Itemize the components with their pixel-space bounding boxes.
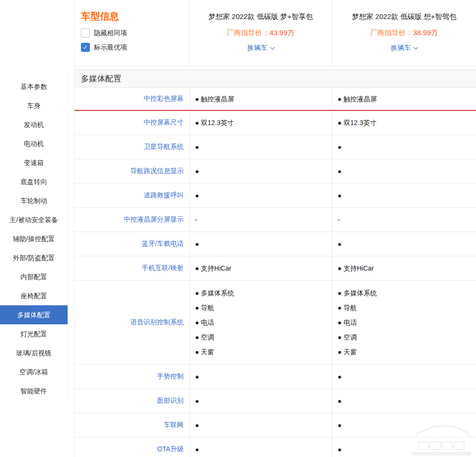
spec-value-line: ● 多媒体系统 xyxy=(195,286,332,301)
sidebar-item[interactable]: 辅助/操控配置 xyxy=(0,229,68,248)
spec-row: 中控屏幕尺寸● 双12.3英寸● 双12.3英寸 xyxy=(74,111,476,135)
spec-value-line: ● xyxy=(195,369,332,384)
compare-header: 车型信息 隐藏相同项 标示最优项 梦想家 2022款 低碳版 梦+智享包 厂商指… xyxy=(74,0,476,67)
sidebar-item[interactable]: 智能硬件 xyxy=(0,381,68,400)
spec-label-link[interactable]: 手势控制 xyxy=(74,365,189,389)
spec-label-link[interactable]: 中控屏幕尺寸 xyxy=(74,111,189,135)
spec-value-col1: ● 触控液晶屏 xyxy=(189,88,332,110)
sidebar-item[interactable]: 基本参数 xyxy=(0,77,68,96)
sidebar-item[interactable]: 灯光配置 xyxy=(0,324,68,343)
sidebar-item[interactable]: 主/被动安全装备 xyxy=(0,210,68,229)
spec-row: 道路救援呼叫●● xyxy=(74,184,476,208)
spec-value-line: ● 多媒体系统 xyxy=(337,286,476,301)
section-header-multimedia: 多媒体配置 xyxy=(74,69,476,88)
spec-row: 面部识别●● xyxy=(74,389,476,413)
spec-value-col1: ● 多媒体系统● 导航● 电话● 空调● 天窗 xyxy=(189,281,332,364)
spec-value-col1: ● 双12.3英寸 xyxy=(189,111,332,135)
spec-row: 手势控制●● xyxy=(74,365,476,389)
sidebar-item[interactable]: 变速箱 xyxy=(0,153,68,172)
spec-label-link[interactable]: 中控液晶屏分屏显示 xyxy=(74,208,189,232)
spec-value-line: ● xyxy=(337,369,476,384)
spec-value-col2: ● 触控液晶屏 xyxy=(332,88,476,110)
sidebar-item-active[interactable]: 多媒体配置 xyxy=(0,305,68,324)
spec-row: 蓝牙/车载电话●● xyxy=(74,232,476,256)
spec-value-col1: ● xyxy=(189,159,332,183)
spec-value-col2: - xyxy=(332,208,476,232)
sidebar-item[interactable]: 车身 xyxy=(0,96,68,115)
spec-value-col1: ● xyxy=(189,438,332,457)
price-value: 38.99万 xyxy=(413,29,438,37)
price-value: 43.99万 xyxy=(269,29,295,37)
spec-value-line: ● 触控液晶屏 xyxy=(195,92,332,107)
spec-value-line: - xyxy=(337,213,476,227)
sidebar-item[interactable]: 发动机 xyxy=(0,115,68,134)
car-name: 梦想家 2022款 低碳版 想+智驾包 xyxy=(332,12,476,21)
spec-value-col2: ● 多媒体系统● 导航● 电话● 空调● 天窗 xyxy=(332,281,476,364)
switch-car-label: 换辆车 xyxy=(391,44,411,52)
spec-label-link[interactable]: 手机互联/映射 xyxy=(74,256,189,280)
spec-value-col2: ● 双12.3英寸 xyxy=(332,111,476,135)
spec-value-line: ● xyxy=(337,237,476,252)
switch-car-label: 换辆车 xyxy=(248,44,268,52)
sidebar-item[interactable]: 外部/防盗配置 xyxy=(0,248,68,267)
spec-value-line: ● 导航 xyxy=(337,301,476,315)
chevron-down-icon xyxy=(270,45,275,49)
spec-value-col2: ● xyxy=(332,159,476,183)
spec-value-col2: ● 支持HiCar xyxy=(332,256,476,280)
category-sidebar: 基本参数车身发动机电动机变速箱底盘转向车轮制动主/被动安全装备辅助/操控配置外部… xyxy=(0,77,68,400)
sidebar-item[interactable]: 座椅配置 xyxy=(0,286,68,305)
spec-value-col1: - xyxy=(189,208,332,232)
spec-value-line: ● 空调 xyxy=(337,330,476,345)
spec-label-link[interactable]: 导航路况信息显示 xyxy=(74,159,189,183)
model-info-panel: 车型信息 隐藏相同项 标示最优项 xyxy=(74,0,189,66)
spec-label-link[interactable]: 面部识别 xyxy=(74,389,189,413)
sidebar-item[interactable]: 电动机 xyxy=(0,134,68,153)
car-name: 梦想家 2022款 低碳版 梦+智享包 xyxy=(189,12,332,21)
spec-value-line: ● xyxy=(195,237,332,252)
switch-car-link[interactable]: 换辆车 xyxy=(248,44,274,52)
car-column-1: 梦想家 2022款 低碳版 梦+智享包 厂商指导价：43.99万 换辆车 xyxy=(189,0,332,66)
car-price: 厂商指导价：38.99万 xyxy=(332,29,476,38)
spec-label-link[interactable]: 语音识别控制系统 xyxy=(74,281,189,364)
spec-row: 中控彩色屏幕● 触控液晶屏● 触控液晶屏 xyxy=(74,88,476,111)
compare-main: 车型信息 隐藏相同项 标示最优项 梦想家 2022款 低碳版 梦+智享包 厂商指… xyxy=(74,0,476,457)
spec-value-line: ● xyxy=(337,394,476,408)
spec-value-line: ● 双12.3英寸 xyxy=(337,116,476,130)
spec-value-line: ● 支持HiCar xyxy=(337,261,476,276)
spec-row: 导航路况信息显示●● xyxy=(74,159,476,184)
spec-row: OTA升级●● xyxy=(74,438,476,457)
spec-row: 中控液晶屏分屏显示-- xyxy=(74,208,476,232)
sidebar-item[interactable]: 车轮制动 xyxy=(0,191,68,210)
spec-value-line: ● xyxy=(195,188,332,203)
spec-value-col1: ● 支持HiCar xyxy=(189,256,332,280)
spec-row: 手机互联/映射● 支持HiCar● 支持HiCar xyxy=(74,256,476,281)
spec-value-col1: ● xyxy=(189,413,332,437)
switch-car-link[interactable]: 换辆车 xyxy=(391,44,417,52)
spec-value-col2: ● xyxy=(332,232,476,256)
hide-same-checkbox[interactable] xyxy=(81,29,90,38)
mark-best-label: 标示最优项 xyxy=(94,43,127,52)
mark-best-option[interactable]: 标示最优项 xyxy=(81,43,189,52)
spec-value-line: ● xyxy=(195,442,332,457)
sidebar-item[interactable]: 空调/冰箱 xyxy=(0,362,68,381)
car-compare-page: 基本参数车身发动机电动机变速箱底盘转向车轮制动主/被动安全装备辅助/操控配置外部… xyxy=(0,0,476,457)
spec-value-line: ● xyxy=(195,394,332,408)
hide-same-option[interactable]: 隐藏相同项 xyxy=(81,29,189,38)
spec-label-link[interactable]: OTA升级 xyxy=(74,438,189,457)
spec-value-col1: ● xyxy=(189,184,332,207)
spec-label-link[interactable]: 卫星导航系统 xyxy=(74,135,189,159)
spec-table: 中控彩色屏幕● 触控液晶屏● 触控液晶屏中控屏幕尺寸● 双12.3英寸● 双12… xyxy=(74,88,476,457)
spec-label-link[interactable]: 车联网 xyxy=(74,413,189,437)
spec-label-link[interactable]: 中控彩色屏幕 xyxy=(74,88,189,110)
spec-value-col1: ● xyxy=(189,389,332,413)
spec-label-link[interactable]: 道路救援呼叫 xyxy=(74,184,189,207)
spec-row: 语音识别控制系统● 多媒体系统● 导航● 电话● 空调● 天窗● 多媒体系统● … xyxy=(74,281,476,365)
sidebar-item[interactable]: 玻璃/后视镜 xyxy=(0,343,68,362)
mark-best-checkbox[interactable] xyxy=(81,43,90,52)
page-title: 车型信息 xyxy=(81,10,189,22)
spec-value-col2: ● xyxy=(332,438,476,457)
sidebar-item[interactable]: 内部配置 xyxy=(0,267,68,286)
sidebar-item[interactable]: 底盘转向 xyxy=(0,172,68,191)
spec-label-link[interactable]: 蓝牙/车载电话 xyxy=(74,232,189,256)
spec-value-col2: ● xyxy=(332,184,476,207)
